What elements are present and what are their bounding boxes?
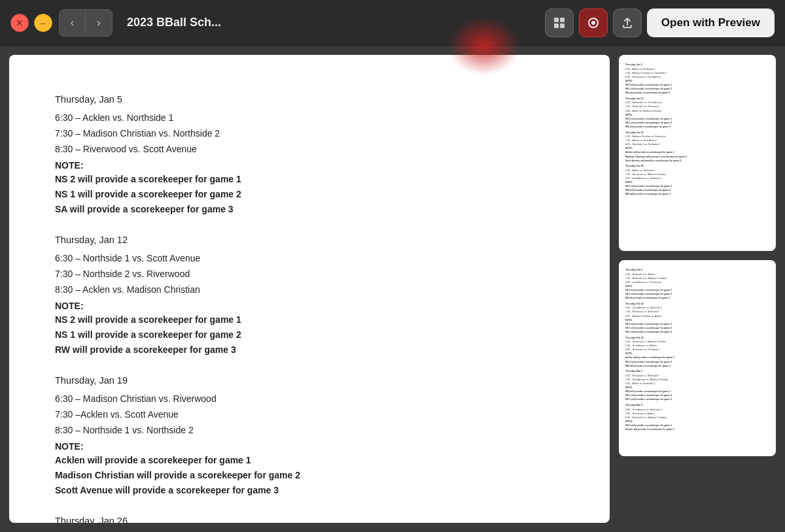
- content-area: Thursday, Jan 56:30 – Acklen vs. Northsi…: [0, 46, 785, 532]
- thumbnail-content: Thursday Jan 56:30 – Acklen vs. Northsid…: [625, 61, 769, 244]
- game-line: 6:30 – Northside 1 vs. Scott Avenue: [55, 252, 564, 265]
- game-line: 8:30 – Acklen vs. Madison Christian: [55, 283, 564, 297]
- share-icon: [621, 16, 634, 29]
- thumbnails-container: Thursday Jan 56:30 – Acklen vs. Northsid…: [619, 55, 776, 456]
- date-header: Thursday, Jan 12: [55, 235, 564, 245]
- note-label: NOTE:: [55, 301, 564, 311]
- schedule-container: Thursday, Jan 56:30 – Acklen vs. Northsi…: [55, 94, 564, 523]
- thumbnail-card[interactable]: Thursday Jan 56:30 – Acklen vs. Northsid…: [619, 55, 776, 251]
- game-line: 6:30 – Madison Christian vs. Riverwood: [55, 392, 564, 406]
- thumbnails-panel: Thursday Jan 56:30 – Acklen vs. Northsid…: [619, 55, 776, 523]
- game-line: 7:30 – Northside 2 vs. Riverwood: [55, 267, 564, 281]
- thumbnail-content: Thursday Feb 96:30 – Northside 1 vs. Ack…: [625, 267, 769, 450]
- note-label: NOTE:: [55, 441, 564, 452]
- thumbnail-card[interactable]: Thursday Feb 96:30 – Northside 1 vs. Ack…: [619, 260, 776, 456]
- game-line: 8:30 – Riverwood vs. Scott Avenue: [55, 142, 564, 156]
- note-line: RW will provide a scorekeeper for game 3: [55, 343, 564, 357]
- note-line: NS 2 will provide a scorekeeper for game…: [55, 313, 564, 327]
- nav-forward-button[interactable]: ›: [86, 10, 112, 36]
- open-preview-button[interactable]: Open with Preview: [647, 8, 775, 37]
- note-line: NS 2 will provide a scorekeeper for game…: [55, 173, 564, 186]
- schedule-section: Thursday, Jan 266:30 – Acklen vs. Norths…: [55, 516, 564, 523]
- document-viewer[interactable]: Thursday, Jan 56:30 – Acklen vs. Northsi…: [9, 55, 610, 523]
- svg-point-6: [591, 21, 595, 25]
- note-label: NOTE:: [55, 160, 564, 171]
- toolbar-actions: Open with Preview: [545, 8, 775, 37]
- nav-back-button[interactable]: ‹: [60, 10, 86, 36]
- minimize-button[interactable]: –: [34, 14, 52, 32]
- close-button[interactable]: ✕: [10, 14, 29, 32]
- game-line: 7:30 – Madison Christian vs. Northside 2: [55, 127, 564, 141]
- toolbar: ✕ – ‹ › 2023 BBall Sch... Open w: [0, 0, 785, 46]
- game-line: 8:30 – Northside 1 vs. Northside 2: [55, 424, 564, 437]
- grid-view-button[interactable]: [545, 8, 574, 37]
- window-controls: ✕ –: [10, 14, 52, 32]
- date-header: Thursday, Jan 5: [55, 94, 564, 105]
- schedule-section: Thursday, Jan 196:30 – Madison Christian…: [55, 375, 564, 497]
- svg-rect-3: [554, 24, 559, 28]
- nav-button-group: ‹ ›: [59, 9, 113, 37]
- marker-icon: [587, 16, 600, 29]
- note-line: Scott Avenue will provide a scorekeeper …: [55, 484, 564, 497]
- game-line: 7:30 –Acklen vs. Scott Avenue: [55, 408, 564, 422]
- schedule-section: Thursday, Jan 126:30 – Northside 1 vs. S…: [55, 235, 564, 357]
- svg-rect-1: [554, 18, 559, 22]
- note-line: NS 1 will provide a scorekeeper for game…: [55, 188, 564, 201]
- date-header: Thursday, Jan 19: [55, 375, 564, 386]
- note-line: SA will provide a scorekeeper for game 3: [55, 203, 564, 216]
- svg-rect-4: [560, 24, 565, 28]
- note-line: Acklen will provide a scorekeeper for ga…: [55, 454, 564, 467]
- note-line: NS 1 will provide a scorekeeper for game…: [55, 328, 564, 342]
- svg-rect-2: [560, 18, 565, 22]
- date-header: Thursday, Jan 26: [55, 516, 564, 523]
- schedule-section: Thursday, Jan 56:30 – Acklen vs. Northsi…: [55, 94, 564, 216]
- note-line: Madison Christian will provide a scoreke…: [55, 469, 564, 482]
- marker-button[interactable]: [579, 8, 608, 37]
- game-line: 6:30 – Acklen vs. Northside 1: [55, 111, 564, 125]
- document-title: 2023 BBall Sch...: [127, 16, 531, 29]
- share-button[interactable]: [613, 8, 642, 37]
- grid-icon: [553, 16, 566, 29]
